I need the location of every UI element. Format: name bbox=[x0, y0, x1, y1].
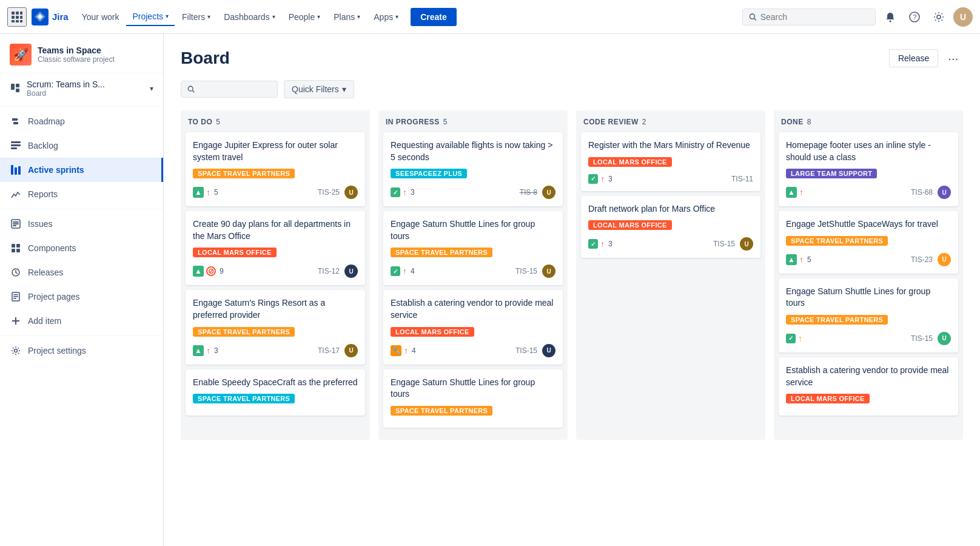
card-count: 5 bbox=[807, 255, 811, 264]
sidebar-item-issues[interactable]: Issues bbox=[0, 212, 163, 236]
card-footer: ↑ TIS-15 U bbox=[786, 332, 951, 345]
column-todo-title: TO DO bbox=[188, 118, 212, 126]
board-search-filter[interactable] bbox=[181, 81, 278, 98]
help-button[interactable]: ? bbox=[905, 7, 924, 27]
card-codereview-2[interactable]: Draft network plan for Mars Office LOCAL… bbox=[581, 196, 760, 258]
sidebar-item-active-sprints[interactable]: Active sprints bbox=[0, 158, 163, 182]
card-id: TIS-23 bbox=[911, 255, 933, 264]
card-inprogress-2[interactable]: Engage Saturn Shuttle Lines for group to… bbox=[383, 211, 563, 285]
board-title: Board bbox=[181, 49, 230, 68]
card-todo-3[interactable]: Engage Saturn's Rings Resort as a prefer… bbox=[186, 290, 365, 364]
card-avatar: U bbox=[938, 253, 951, 266]
project-settings-icon bbox=[10, 345, 22, 357]
sidebar-item-backlog[interactable]: Backlog bbox=[0, 133, 163, 158]
sidebar-project-header[interactable]: 🚀 Teams in Space Classic software projec… bbox=[0, 34, 163, 73]
sidebar-item-add-item[interactable]: Add item bbox=[0, 309, 163, 333]
nav-people[interactable]: People ▾ bbox=[283, 8, 327, 25]
svg-rect-17 bbox=[16, 89, 19, 92]
jira-logo[interactable]: Jira bbox=[32, 8, 69, 25]
card-tag: SPACE TRAVEL PARTNERS bbox=[193, 169, 295, 178]
card-footer: ↑ 3 TIS-11 bbox=[588, 174, 753, 184]
notifications-button[interactable] bbox=[881, 7, 900, 27]
wrench-icon: 🔧 bbox=[391, 345, 401, 356]
card-done-1[interactable]: Homepage footer uses an inline style - s… bbox=[779, 132, 958, 206]
card-codereview-1[interactable]: Register with the Mars Ministry of Reven… bbox=[581, 132, 760, 191]
column-codereview-count: 2 bbox=[642, 118, 646, 126]
card-done-3[interactable]: Engage Saturn Shuttle Lines for group to… bbox=[779, 278, 958, 352]
card-footer: ↑ 3 TIS-8 U bbox=[391, 186, 555, 199]
nav-your-work[interactable]: Your work bbox=[76, 8, 126, 25]
svg-rect-6 bbox=[12, 20, 15, 22]
sidebar-item-components[interactable]: Components bbox=[0, 236, 163, 260]
story-icon: ▲ bbox=[193, 345, 204, 356]
quick-filters-button[interactable]: Quick Filters ▾ bbox=[284, 80, 354, 98]
column-todo: TO DO 5 Engage Jupiter Express for outer… bbox=[181, 110, 370, 440]
jira-logo-icon bbox=[32, 8, 49, 25]
sidebar-item-project-settings[interactable]: Project settings bbox=[0, 339, 163, 363]
card-todo-1[interactable]: Engage Jupiter Express for outer solar s… bbox=[186, 132, 365, 206]
card-inprogress-4[interactable]: Engage Saturn Shuttle Lines for group to… bbox=[383, 369, 563, 428]
card-tag: LOCAL MARS OFFICE bbox=[193, 248, 277, 257]
more-options-button[interactable]: ··· bbox=[943, 49, 963, 68]
card-icons: ▲ ↑ bbox=[193, 187, 210, 198]
card-todo-2[interactable]: Create 90 day plans for all departments … bbox=[186, 211, 365, 285]
card-icons: ▲ ↑ bbox=[786, 254, 804, 265]
card-meta: 🔧 ↑ 4 bbox=[391, 345, 416, 356]
card-icons: ↑ bbox=[588, 239, 605, 249]
checkbox-icon bbox=[588, 174, 598, 184]
svg-rect-37 bbox=[13, 298, 16, 299]
card-id: TIS-15 bbox=[713, 240, 735, 248]
column-done-count: 8 bbox=[807, 118, 811, 126]
checkbox-icon bbox=[786, 334, 796, 343]
card-footer: ▲ ↑ 3 TIS-17 U bbox=[193, 344, 358, 357]
card-footer: ▲ ↑ 5 TIS-23 U bbox=[786, 253, 951, 266]
card-avatar: U bbox=[938, 332, 951, 345]
card-done-2[interactable]: Engage JetShuttle SpaceWays for travel S… bbox=[779, 211, 958, 274]
sidebar-item-reports[interactable]: Reports bbox=[0, 182, 163, 206]
card-title: Draft network plan for Mars Office bbox=[588, 203, 753, 215]
board-search-input[interactable] bbox=[198, 84, 271, 94]
sidebar-roadmap-label: Roadmap bbox=[28, 116, 65, 126]
card-meta: ↑ 4 bbox=[391, 266, 415, 276]
card-icons: ↑ bbox=[786, 334, 802, 343]
create-button[interactable]: Create bbox=[411, 8, 457, 26]
nav-projects[interactable]: Projects ▾ bbox=[126, 8, 175, 26]
sidebar-active-sprints-label: Active sprints bbox=[28, 165, 84, 175]
card-todo-4[interactable]: Enable Speedy SpaceCraft as the preferre… bbox=[186, 369, 365, 416]
settings-button[interactable] bbox=[929, 7, 948, 27]
search-input[interactable] bbox=[760, 12, 869, 22]
nav-apps[interactable]: Apps ▾ bbox=[368, 8, 404, 25]
priority-high-icon: ↑ bbox=[206, 187, 210, 197]
topnav: Jira Your work Projects ▾ Filters ▾ Dash… bbox=[0, 0, 980, 34]
nav-filters[interactable]: Filters ▾ bbox=[176, 8, 216, 25]
sidebar-project-pages-label: Project pages bbox=[28, 292, 80, 302]
nav-dashboards[interactable]: Dashboards ▾ bbox=[218, 8, 281, 25]
card-inprogress-3[interactable]: Establish a catering vendor to provide m… bbox=[383, 290, 563, 364]
project-name: Teams in Space bbox=[38, 46, 115, 55]
sidebar-item-releases[interactable]: Releases bbox=[0, 260, 163, 285]
svg-rect-21 bbox=[11, 147, 17, 149]
user-avatar[interactable]: U bbox=[953, 7, 973, 27]
sidebar-item-roadmap[interactable]: Roadmap bbox=[0, 109, 163, 133]
card-icons: ▲ ↑ bbox=[786, 187, 804, 198]
card-done-4[interactable]: Establish a catering vendor to provide m… bbox=[779, 357, 958, 416]
topnav-nav: Your work Projects ▾ Filters ▾ Dashboard… bbox=[76, 8, 740, 26]
sidebar-releases-label: Releases bbox=[28, 268, 63, 277]
card-avatar: U bbox=[344, 186, 358, 199]
release-button[interactable]: Release bbox=[889, 49, 938, 67]
svg-rect-29 bbox=[12, 244, 15, 248]
grid-menu-button[interactable] bbox=[7, 7, 27, 27]
apps-dropdown-chevron: ▾ bbox=[395, 13, 398, 20]
board-icon bbox=[10, 83, 22, 95]
card-tag: SPACE TRAVEL PARTNERS bbox=[193, 394, 295, 403]
search-box[interactable] bbox=[742, 8, 876, 25]
sidebar-item-project-pages[interactable]: Project pages bbox=[0, 285, 163, 309]
story-icon: ▲ bbox=[193, 187, 204, 198]
card-id: TIS-15 bbox=[515, 267, 537, 275]
card-meta: ▲ ⊘ 9 bbox=[193, 266, 224, 277]
sidebar-scrum-item[interactable]: Scrum: Teams in S... Board ▾ bbox=[0, 73, 163, 104]
svg-point-14 bbox=[937, 15, 941, 19]
card-inprogress-1[interactable]: Requesting available flights is now taki… bbox=[383, 132, 563, 206]
svg-rect-3 bbox=[12, 16, 15, 19]
nav-plans[interactable]: Plans ▾ bbox=[327, 8, 366, 25]
